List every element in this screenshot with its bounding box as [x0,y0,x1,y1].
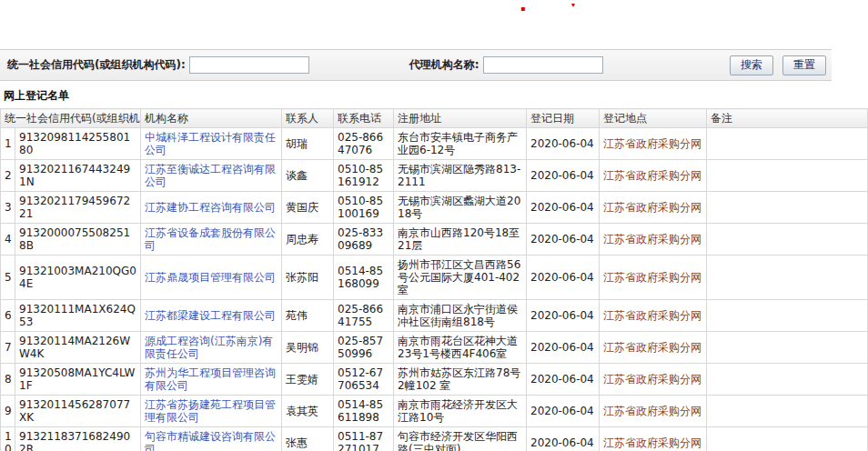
table-row[interactable]: 1091321183716824902R句容市精诚建设咨询有限公司张惠0511-… [1,427,868,451]
row-number-cell: 9 [1,396,15,427]
header-contact: 联系人 [282,109,334,128]
agency-name-link[interactable]: 江苏鼎晟项目管理有限公司 [145,271,276,284]
agency-name-cell: 苏州为华工程项目管理咨询有限公司 [141,364,282,396]
credit-code-cell: 91320000755082518B [15,224,141,256]
remark-cell [707,396,868,427]
agency-name-link[interactable]: 江苏建协工程咨询有限公司 [145,201,276,214]
contact-name-cell: 胡瑞 [282,128,334,160]
row-number-cell: 2 [1,160,15,192]
table-row[interactable]: 291320211674432491N江苏至衡诚达工程咨询有限公司谈鑫0510-… [1,160,868,192]
table-row[interactable]: 3913202117945967221江苏建协工程咨询有限公司黄国庆0510-8… [1,192,868,224]
header-date: 登记日期 [527,109,600,128]
agency-name-link[interactable]: 源成工程咨询(江苏南京)有限责任公司 [145,335,273,360]
table-row[interactable]: 591321003MA210QG04E江苏鼎晟项目管理有限公司张苏阳0514-8… [1,256,868,300]
contact-phone-cell: 025-83309689 [334,224,394,256]
contact-phone-cell: 025-86641755 [334,300,394,332]
table-row[interactable]: 891320508MA1YC4LW1F苏州为华工程项目管理咨询有限公司王雯婧05… [1,364,868,396]
agency-name-link[interactable]: 江苏至衡诚达工程咨询有限公司 [145,163,276,188]
contact-name-cell: 苑伟 [282,300,334,332]
credit-code-cell: 91320114MA2126WW4K [15,332,141,364]
credit-code-cell: 91321183716824902R [15,427,141,451]
credit-code-cell: 9132011456287077XK [15,396,141,427]
agency-name-input[interactable] [483,56,603,74]
search-toolbar: 统一社会信用代码(或组织机构代码): 代理机构名称: 搜索 重置 [0,49,832,81]
credit-code-cell: 913202117945967221 [15,192,141,224]
credit-code-label: 统一社会信用代码(或组织机构代码): [7,57,186,73]
remark-cell [707,224,868,256]
credit-code-cell: 91321003MA210QG04E [15,256,141,300]
reset-button[interactable]: 重置 [782,55,826,75]
contact-phone-cell: 0512-67706534 [334,364,394,396]
reg-address-cell: 无锡市滨湖区隐秀路813-2111 [394,160,527,192]
credit-code-cell: 91320508MA1YC4LW1F [15,364,141,396]
row-number-cell: 10 [1,427,15,451]
table-row[interactable]: 791320114MA2126WW4K源成工程咨询(江苏南京)有限责任公司吴明锦… [1,332,868,364]
top-whitespace: ▪ ▾ [0,0,868,49]
reg-address-cell: 扬州市邗江区文昌西路56号公元国际大厦401-402室 [394,256,527,300]
agency-name-cell: 江苏省设备成套股份有限公司 [141,224,282,256]
credit-code-input[interactable] [189,56,309,74]
header-location: 登记地点 [600,109,707,128]
reg-address-cell: 南京市山西路120号18至21层 [394,224,527,256]
reg-site-cell: 江苏省政府采购分网 [600,256,707,300]
remark-cell [707,300,868,332]
reg-address-cell: 苏州市姑苏区东江路78号2幢102 室 [394,364,527,396]
contact-name-cell: 张惠 [282,427,334,451]
row-number-cell: 6 [1,300,15,332]
credit-code-cell: 91320111MA1X624Q53 [15,300,141,332]
reg-date-cell: 2020-06-04 [527,300,600,332]
header-phone: 联系电话 [334,109,394,128]
reg-address-cell: 无锡市滨湖区蠡湖大道2018号 [394,192,527,224]
agency-name-cell: 句容市精诚建设咨询有限公司 [141,427,282,451]
agency-name-link[interactable]: 江苏都梁建设工程有限公司 [145,309,276,322]
agency-name-cell: 中城科泽工程设计有限责任公司 [141,128,282,160]
search-button[interactable]: 搜索 [730,55,773,75]
table-row[interactable]: 99132011456287077XK江苏省苏扬建苑工程项目管理有限公司袁其英0… [1,396,868,427]
reg-date-cell: 2020-06-04 [527,256,600,300]
remark-cell [707,256,868,300]
reg-date-cell: 2020-06-04 [527,224,600,256]
row-number-cell: 7 [1,332,15,364]
reg-address-cell: 东台市安丰镇电子商务产业园6-12号 [394,128,527,160]
contact-phone-cell: 025-85750996 [334,332,394,364]
row-number-cell: 5 [1,256,15,300]
agency-name-cell: 江苏都梁建设工程有限公司 [141,300,282,332]
reg-address-cell: 句容市经济开发区华阳西路(三中对面) [394,427,527,451]
reg-date-cell: 2020-06-04 [527,192,600,224]
reg-site-cell: 江苏省政府采购分网 [600,224,707,256]
row-number-cell: 3 [1,192,15,224]
row-number-cell: 1 [1,128,15,160]
reg-site-cell: 江苏省政府采购分网 [600,364,707,396]
red-artifact-mark: ▪ [520,5,525,13]
contact-phone-cell: 0510-85161912 [334,160,394,192]
agency-name-link[interactable]: 句容市精诚建设咨询有限公司 [145,430,276,451]
agency-name-link[interactable]: 苏州为华工程项目管理咨询有限公司 [145,366,276,392]
contact-name-cell: 张苏阳 [282,256,334,300]
header-address: 注册地址 [394,109,527,128]
table-row[interactable]: 1913209811425580180中城科泽工程设计有限责任公司胡瑞025-8… [1,128,868,160]
agency-name-cell: 江苏至衡诚达工程咨询有限公司 [141,160,282,192]
remark-cell [707,192,868,224]
remark-cell [707,364,868,396]
contact-name-cell: 黄国庆 [282,192,334,224]
contact-phone-cell: 0514-85168099 [334,256,394,300]
reg-address-cell: 南京市雨花台区花神大道23号1号楼西4F406室 [394,332,527,364]
reg-date-cell: 2020-06-04 [527,427,600,451]
reg-site-cell: 江苏省政府采购分网 [600,396,707,427]
row-number-cell: 8 [1,364,15,396]
reg-site-cell: 江苏省政府采购分网 [600,332,707,364]
agency-name-link[interactable]: 中城科泽工程设计有限责任公司 [145,131,276,156]
reg-date-cell: 2020-06-04 [527,364,600,396]
remark-cell [707,128,868,160]
table-row[interactable]: 491320000755082518B江苏省设备成套股份有限公司周忠寿025-8… [1,224,868,256]
agency-name-link[interactable]: 江苏省设备成套股份有限公司 [145,226,276,252]
header-remark: 备注 [707,109,868,128]
red-artifact-mark: ▾ [571,2,575,9]
section-title: 网上登记名单 [0,81,868,108]
reg-site-cell: 江苏省政府采购分网 [600,192,707,224]
reg-date-cell: 2020-06-04 [527,332,600,364]
reg-site-cell: 江苏省政府采购分网 [600,128,707,160]
contact-name-cell: 吴明锦 [282,332,334,364]
agency-name-link[interactable]: 江苏省苏扬建苑工程项目管理有限公司 [145,398,276,424]
table-row[interactable]: 691320111MA1X624Q53江苏都梁建设工程有限公司苑伟025-866… [1,300,868,332]
